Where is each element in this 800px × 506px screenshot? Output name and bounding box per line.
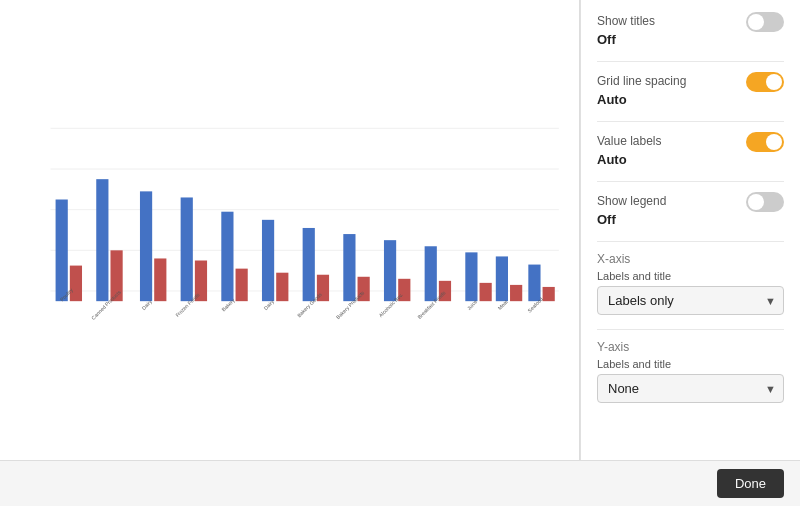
show-titles-knob [748,14,764,30]
svg-rect-17 [221,212,233,301]
svg-rect-14 [181,197,193,301]
show-titles-toggle[interactable] [746,12,784,32]
value-labels-knob [766,134,782,150]
grid-line-value: Auto [597,92,784,107]
y-axis-dropdown[interactable]: None Labels only Labels and title [597,374,784,403]
y-axis-dropdown-wrapper: None Labels only Labels and title ▼ [597,374,784,403]
x-axis-dropdown-wrapper: Labels only Labels and title None ▼ [597,286,784,315]
x-axis-label: X-axis [597,252,784,266]
svg-rect-5 [56,200,68,302]
bar-chart: Poultry Canned Products Dairy Frozen Foo… [20,20,569,440]
chart-area: Poultry Canned Products Dairy Frozen Foo… [0,0,580,460]
grid-line-knob [766,74,782,90]
x-axis-section: X-axis Labels and title Labels only Labe… [597,252,784,315]
show-titles-label: Show titles [597,14,655,28]
show-legend-toggle[interactable] [746,192,784,212]
show-titles-value: Off [597,32,784,47]
divider-2 [597,121,784,122]
svg-rect-18 [236,269,248,302]
svg-rect-23 [303,228,315,301]
value-labels-label: Value labels [597,134,662,148]
svg-rect-8 [96,179,108,301]
x-axis-sub-label: Labels and title [597,270,784,282]
divider-3 [597,181,784,182]
svg-rect-39 [510,285,522,301]
show-titles-row: Show titles Off [597,12,784,47]
show-legend-label: Show legend [597,194,666,208]
divider-1 [597,61,784,62]
svg-rect-11 [140,191,152,301]
svg-rect-12 [154,258,166,301]
done-button[interactable]: Done [717,469,784,498]
svg-rect-20 [262,220,274,301]
svg-rect-38 [496,256,508,301]
footer: Done [0,460,800,506]
value-labels-row: Value labels Auto [597,132,784,167]
svg-rect-36 [480,283,492,301]
svg-rect-42 [543,287,555,301]
divider-4 [597,241,784,242]
svg-rect-6 [70,266,82,302]
divider-5 [597,329,784,330]
x-axis-dropdown[interactable]: Labels only Labels and title None [597,286,784,315]
svg-rect-26 [343,234,355,301]
show-legend-row: Show legend Off [597,192,784,227]
svg-rect-21 [276,273,288,301]
grid-line-label: Grid line spacing [597,74,686,88]
grid-line-spacing-row: Grid line spacing Auto [597,72,784,107]
y-axis-label: Y-axis [597,340,784,354]
show-legend-value: Off [597,212,784,227]
y-axis-sub-label: Labels and title [597,358,784,370]
show-legend-knob [748,194,764,210]
svg-rect-35 [465,252,477,301]
right-panel: Show titles Off Grid line spacing Auto V… [580,0,800,460]
value-labels-toggle[interactable] [746,132,784,152]
grid-line-toggle[interactable] [746,72,784,92]
chart-container: Poultry Canned Products Dairy Frozen Foo… [20,20,569,440]
y-axis-section: Y-axis Labels and title None Labels only… [597,340,784,403]
svg-rect-32 [425,246,437,301]
value-labels-value: Auto [597,152,784,167]
svg-rect-29 [384,240,396,301]
